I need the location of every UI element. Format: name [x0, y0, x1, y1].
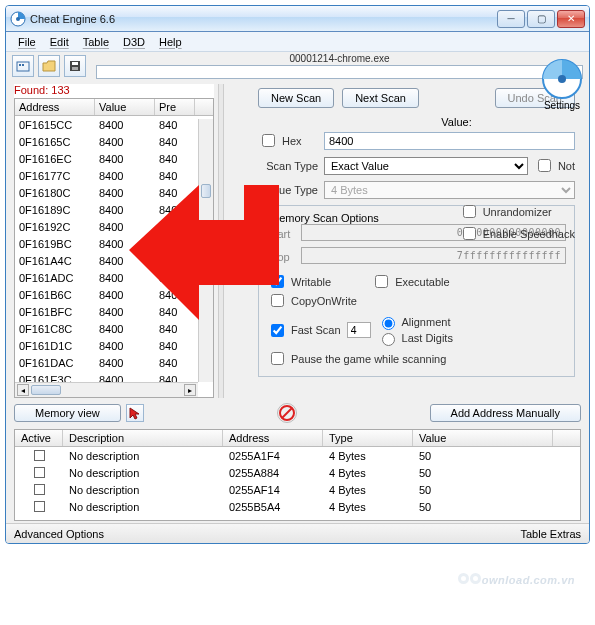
- start-label: Start: [267, 228, 295, 240]
- col-description[interactable]: Description: [63, 430, 223, 446]
- col-previous[interactable]: Pre: [155, 99, 195, 115]
- unrandomizer-label: Unrandomizer: [483, 206, 552, 218]
- table-row[interactable]: 0F1615CC8400840: [15, 116, 213, 133]
- table-row[interactable]: 0F1619BC8400840: [15, 235, 213, 252]
- address-list[interactable]: Active Description Address Type Value No…: [14, 429, 581, 521]
- fastscan-input[interactable]: [347, 322, 371, 338]
- col-address[interactable]: Address: [15, 99, 95, 115]
- list-item[interactable]: No description0255AF144 Bytes50: [15, 481, 580, 498]
- pause-checkbox[interactable]: [271, 352, 284, 365]
- svg-point-9: [558, 75, 566, 83]
- results-grid[interactable]: Address Value Pre 0F1615CC84008400F16165…: [14, 98, 214, 398]
- app-icon: [10, 11, 26, 27]
- not-checkbox[interactable]: [538, 159, 551, 172]
- minimize-button[interactable]: ─: [497, 10, 525, 28]
- value-input[interactable]: [324, 132, 575, 150]
- svg-rect-2: [17, 62, 29, 71]
- menu-d3d[interactable]: D3D: [117, 34, 151, 50]
- menu-edit[interactable]: Edit: [44, 34, 75, 50]
- copyonwrite-checkbox[interactable]: [271, 294, 284, 307]
- cheatengine-logo-icon[interactable]: [541, 58, 583, 100]
- col-type[interactable]: Type: [323, 430, 413, 446]
- settings-label[interactable]: Settings: [541, 100, 583, 111]
- next-scan-button[interactable]: Next Scan: [342, 88, 419, 108]
- hex-checkbox[interactable]: [262, 134, 275, 147]
- open-process-button[interactable]: [12, 55, 34, 77]
- table-row[interactable]: 0F16180C8400840: [15, 184, 213, 201]
- col-value2[interactable]: Value: [413, 430, 553, 446]
- col-address2[interactable]: Address: [223, 430, 323, 446]
- active-checkbox[interactable]: [34, 501, 45, 512]
- process-wrap: 00001214-chrome.exe: [96, 53, 583, 79]
- col-active[interactable]: Active: [15, 430, 63, 446]
- fastscan-checkbox[interactable]: [271, 324, 284, 337]
- open-file-button[interactable]: [38, 55, 60, 77]
- col-value[interactable]: Value: [95, 99, 155, 115]
- table-row[interactable]: 0F161DAC8400840: [15, 354, 213, 371]
- active-checkbox[interactable]: [34, 450, 45, 461]
- svg-rect-3: [19, 64, 21, 66]
- add-address-manually-button[interactable]: Add Address Manually: [430, 404, 581, 422]
- stop-input[interactable]: 7fffffffffffffff: [301, 247, 566, 264]
- table-extras-button[interactable]: Table Extras: [520, 528, 581, 540]
- list-item[interactable]: No description0255B5A44 Bytes50: [15, 498, 580, 515]
- table-row[interactable]: 0F16189C8400840: [15, 201, 213, 218]
- copyonwrite-label: CopyOnWrite: [291, 295, 357, 307]
- stop-label: Stop: [267, 251, 295, 263]
- active-checkbox[interactable]: [34, 484, 45, 495]
- scan-type-select[interactable]: Exact Value: [324, 157, 528, 175]
- titlebar[interactable]: Cheat Engine 6.6 ─ ▢ ✕: [6, 6, 589, 32]
- table-row[interactable]: 0F1616EC8400840: [15, 150, 213, 167]
- writable-checkbox[interactable]: [271, 275, 284, 288]
- progress-bar: [96, 65, 583, 79]
- found-label: Found: 133: [14, 84, 214, 98]
- speedhack-checkbox[interactable]: [463, 227, 476, 240]
- table-row[interactable]: 0F161C8C8400840: [15, 320, 213, 337]
- menu-file[interactable]: File: [12, 34, 42, 50]
- menu-help[interactable]: Help: [153, 34, 188, 50]
- results-hscroll[interactable]: ◂▸: [15, 382, 198, 397]
- fastscan-label: Fast Scan: [291, 324, 341, 336]
- executable-checkbox[interactable]: [375, 275, 388, 288]
- lastdigits-label: Last Digits: [402, 332, 453, 344]
- unrandomizer-checkbox[interactable]: [463, 205, 476, 218]
- svg-rect-4: [22, 64, 24, 66]
- table-row[interactable]: 0F161B6C8400840: [15, 286, 213, 303]
- new-scan-button[interactable]: New Scan: [258, 88, 334, 108]
- lastdigits-radio[interactable]: [382, 333, 395, 346]
- value-type-label: Value Type: [258, 184, 318, 196]
- splitter[interactable]: [218, 84, 224, 398]
- active-checkbox[interactable]: [34, 467, 45, 478]
- table-row[interactable]: 0F161BFC8400840: [15, 303, 213, 320]
- pointer-tool-icon[interactable]: [126, 404, 144, 422]
- table-row[interactable]: 0F16177C8400840: [15, 167, 213, 184]
- toolbar: 00001214-chrome.exe: [6, 52, 589, 80]
- window-title: Cheat Engine 6.6: [30, 13, 497, 25]
- memory-view-button[interactable]: Memory view: [14, 404, 121, 422]
- process-name: 00001214-chrome.exe: [96, 53, 583, 64]
- results-panel: Found: 133 Address Value Pre 0F1615CC840…: [14, 84, 214, 398]
- value-type-select[interactable]: 4 Bytes: [324, 181, 575, 199]
- scan-panel: Settings New Scan Next Scan Undo Scan Va…: [228, 84, 581, 398]
- save-button[interactable]: [64, 55, 86, 77]
- table-row[interactable]: 0F161ADC8400840: [15, 269, 213, 286]
- close-button[interactable]: ✕: [557, 10, 585, 28]
- list-item[interactable]: No description0255A8844 Bytes50: [15, 464, 580, 481]
- table-row[interactable]: 0F161A4C8400840: [15, 252, 213, 269]
- table-row[interactable]: 0F16165C8400840: [15, 133, 213, 150]
- menu-table[interactable]: Table: [77, 34, 115, 50]
- scan-type-label: Scan Type: [258, 160, 318, 172]
- list-item[interactable]: No description0255A1F44 Bytes50: [15, 447, 580, 464]
- svg-line-11: [282, 408, 292, 418]
- alignment-radio[interactable]: [382, 317, 395, 330]
- address-list-header: Active Description Address Type Value: [15, 430, 580, 447]
- alignment-label: Alignment: [402, 316, 451, 328]
- advanced-options-button[interactable]: Advanced Options: [14, 528, 104, 540]
- results-vscroll[interactable]: [198, 119, 213, 382]
- stop-icon[interactable]: [277, 403, 297, 423]
- maximize-button[interactable]: ▢: [527, 10, 555, 28]
- mem-options-legend: Memory Scan Options: [267, 212, 382, 224]
- value-title: Value:: [338, 116, 575, 128]
- table-row[interactable]: 0F161D1C8400840: [15, 337, 213, 354]
- table-row[interactable]: 0F16192C8400840: [15, 218, 213, 235]
